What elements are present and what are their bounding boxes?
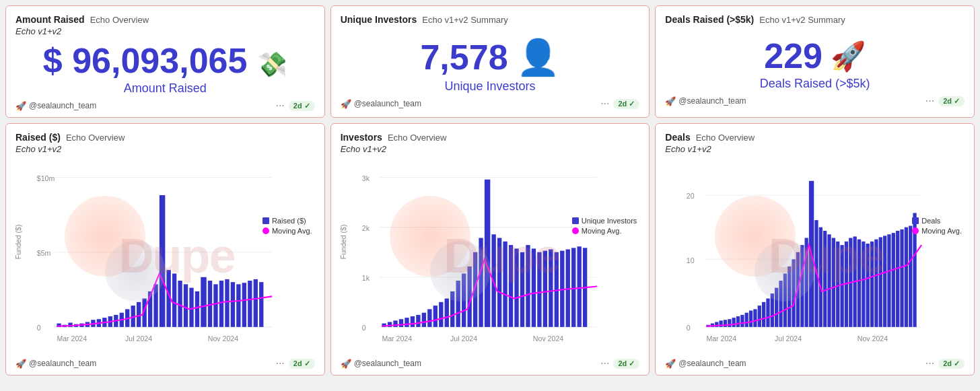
bar (479, 238, 483, 327)
unique-investors-card: Unique Investors Echo v1+v2 Summary 7,57… (330, 5, 650, 118)
bar (858, 240, 861, 327)
card-title: Amount Raised (15, 14, 85, 25)
money-icon: 💸 (257, 50, 287, 78)
bar (248, 281, 252, 327)
bar (254, 279, 258, 327)
bar (879, 238, 882, 327)
bar (577, 246, 581, 327)
card-footer: 🚀 @sealaunch_team ··· 2d ✓ (665, 357, 965, 369)
user-label: @sealaunch_team (354, 359, 421, 368)
card-title: Unique Investors (341, 14, 417, 25)
card-header: Amount Raised Echo Overview (15, 14, 315, 25)
bar (775, 288, 778, 327)
bar (236, 285, 240, 328)
card-subtitle: Echo Overview (696, 133, 755, 143)
bar (749, 311, 753, 327)
bar (788, 266, 791, 327)
check-icon: ✓ (304, 102, 310, 110)
y-label-1k: 1k (361, 274, 370, 282)
bar (841, 245, 844, 327)
footer-right: ··· 2d ✓ (275, 357, 314, 369)
rocket-icon: 🚀 (831, 40, 866, 73)
more-button[interactable]: ··· (275, 357, 284, 369)
y-axis-title: Funded ($) (341, 225, 347, 260)
more-button[interactable]: ··· (925, 357, 934, 369)
bar (421, 313, 425, 327)
chart-legend: Raised ($) Moving Avg. (262, 217, 312, 237)
bar (909, 226, 912, 327)
bar (875, 240, 878, 327)
legend-line-item: Moving Avg. (572, 227, 637, 235)
more-button[interactable]: ··· (600, 357, 609, 369)
user-tag: 🚀 @sealaunch_team (665, 359, 746, 369)
age-badge: 2d ✓ (613, 99, 639, 109)
bar (225, 279, 229, 327)
chart-legend: Unique Investors Moving Avg. (572, 217, 637, 237)
bar (888, 234, 891, 327)
x-label-mar: Mar 2024 (382, 334, 412, 343)
bar (531, 249, 535, 327)
age-badge: 2d ✓ (938, 359, 965, 369)
bar (771, 293, 774, 327)
bar (832, 238, 835, 327)
card-footer: 🚀 @sealaunch_team ··· 2d ✓ (15, 357, 315, 369)
bar (213, 285, 217, 328)
bar (172, 274, 176, 327)
more-button[interactable]: ··· (275, 100, 284, 112)
legend-line-label: Moving Avg. (921, 227, 962, 235)
bar (393, 321, 397, 328)
age-badge: 2d ✓ (289, 359, 315, 369)
user-icon: 🚀 (665, 96, 676, 106)
legend-bar-label: Unique Investors (582, 217, 637, 225)
bar (767, 299, 770, 327)
deals-chart-card: Deals Echo Overview Echo v1+v2 Dupe Deal… (655, 123, 975, 376)
person-icon: 👤 (516, 37, 560, 78)
line-color-swatch (572, 227, 579, 234)
investors-chart-card: Investors Echo Overview Echo v1+v2 Dupe … (330, 123, 650, 376)
bar (762, 302, 765, 327)
y-label-5m: $5m (37, 249, 51, 257)
more-button[interactable]: ··· (600, 98, 609, 110)
bar (828, 234, 831, 327)
bar (462, 274, 466, 327)
user-label: @sealaunch_team (354, 99, 421, 108)
age-badge: 2d ✓ (289, 101, 315, 111)
card-subtitle: Echo Overview (90, 15, 149, 25)
user-label: @sealaunch_team (678, 359, 746, 368)
y-axis-title: Funded ($) (15, 225, 22, 260)
bar (405, 318, 409, 327)
bar (823, 231, 827, 327)
user-icon: 🚀 (341, 359, 351, 369)
dashboard: Amount Raised Echo Overview Echo v1+v2 $… (5, 5, 975, 376)
raised-chart-card: Raised ($) Echo Overview Echo v1+v2 Dupe… (5, 123, 325, 376)
bar (410, 316, 414, 327)
y-label-10m: $10m (37, 174, 55, 182)
bar (520, 252, 524, 327)
bar (836, 242, 839, 327)
bar (819, 227, 823, 327)
y-label-2k: 2k (361, 224, 370, 232)
bar (732, 318, 736, 327)
metric-value: 7,578 (420, 38, 508, 77)
card-subtitle: Echo v1+v2 Summary (759, 15, 845, 25)
bar (779, 281, 783, 327)
bar (178, 281, 182, 327)
bar (189, 288, 193, 327)
card-footer: 🚀 @sealaunch_team ··· 2d ✓ (341, 357, 640, 369)
chart-legend: Deals Moving Avg. (912, 217, 962, 237)
bar (792, 259, 796, 327)
card-footer: 🚀 @sealaunch_team ··· 2d ✓ (15, 100, 315, 112)
user-tag: 🚀 @sealaunch_team (665, 96, 746, 106)
more-button[interactable]: ··· (925, 95, 934, 107)
bar (754, 310, 757, 327)
card-header: Investors Echo Overview (341, 132, 640, 143)
footer-right: ··· 2d ✓ (925, 357, 965, 369)
legend-line-item: Moving Avg. (912, 227, 962, 235)
check-icon: ✓ (629, 100, 635, 108)
bar (901, 229, 904, 327)
card-title: Deals Raised (>$5k) (665, 14, 754, 25)
legend-bar-item: Unique Investors (572, 217, 637, 225)
bar-spike (160, 195, 165, 327)
x-label-jul: Jul 2024 (125, 334, 152, 343)
bar (565, 250, 569, 327)
